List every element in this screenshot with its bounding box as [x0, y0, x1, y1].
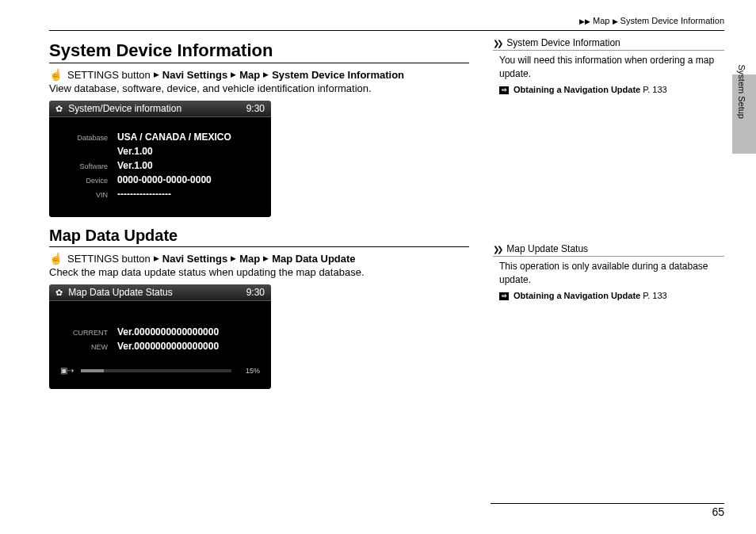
- side-note-heading: ❯❯ System Device Information: [493, 37, 724, 51]
- main-column: System Device Information ☝ SETTINGS but…: [49, 37, 469, 397]
- screen-title: Map Data Update Status: [68, 287, 172, 298]
- info-value: 0000-0000-0000-0000: [117, 174, 212, 185]
- gear-icon: ✿: [55, 288, 63, 297]
- screen-titlebar: ✿ System/Device information 9:30: [49, 101, 271, 117]
- screen-clock: 9:30: [246, 287, 265, 298]
- info-value: Ver.1.00: [117, 146, 153, 157]
- triangle-icon: ▶: [231, 254, 236, 262]
- reference-link: ⇨ Obtaining a Navigation Update P. 133: [499, 290, 724, 302]
- info-value: Ver.0000000000000000: [117, 341, 219, 352]
- info-row: NEW Ver.0000000000000000: [60, 341, 260, 352]
- breadcrumb: ▶▶ Map ▶ System Device Information: [49, 16, 724, 31]
- info-row: Device 0000-0000-0000-0000: [60, 174, 260, 185]
- section-heading-2: Map Data Update: [49, 227, 469, 247]
- path-step: System Device Information: [272, 69, 404, 81]
- disc-icon: ▣⇢: [60, 366, 76, 375]
- info-label: VIN: [60, 191, 117, 199]
- page-number: 65: [491, 503, 724, 518]
- progress-percent: 15%: [236, 367, 260, 375]
- device-screenshot-2: ✿ Map Data Update Status 9:30 CURRENT Ve…: [49, 284, 271, 389]
- triangle-icon: ▶▶: [579, 17, 590, 25]
- path-step: Navi Settings: [162, 69, 227, 81]
- path-start: SETTINGS button: [67, 253, 151, 265]
- side-note-2: ❯❯ Map Update Status This operation is o…: [493, 243, 724, 302]
- info-value: -----------------: [117, 189, 171, 200]
- triangle-icon: ▶: [154, 254, 159, 262]
- chevron-icon: ❯❯: [493, 39, 501, 48]
- side-note-title: Map Update Status: [506, 243, 588, 254]
- triangle-icon: ▶: [263, 254, 269, 262]
- triangle-icon: ▶: [154, 71, 159, 78]
- progress-fill: [81, 369, 104, 372]
- reference-page: P. 133: [643, 291, 666, 300]
- screen-title: System/Device information: [68, 103, 181, 114]
- side-note-body: This operation is only available during …: [499, 260, 724, 287]
- info-label: NEW: [60, 343, 117, 351]
- breadcrumb-part-1: Map: [593, 16, 609, 25]
- screen-clock: 9:30: [246, 103, 265, 114]
- side-note-heading: ❯❯ Map Update Status: [493, 243, 724, 257]
- reference-title: Obtaining a Navigation Update: [514, 85, 640, 94]
- screen-titlebar: ✿ Map Data Update Status 9:30: [49, 284, 271, 301]
- device-screenshot-1: ✿ System/Device information 9:30 Databas…: [49, 101, 271, 217]
- info-label: Software: [60, 162, 117, 170]
- progress-row: ▣⇢ 15%: [60, 366, 260, 375]
- gear-icon: ✿: [55, 104, 63, 113]
- hand-icon: ☝: [49, 68, 63, 81]
- path-step: Navi Settings: [162, 253, 227, 265]
- link-box-icon: ⇨: [499, 86, 509, 94]
- info-value: Ver.0000000000000000: [117, 326, 219, 338]
- triangle-icon: ▶: [613, 17, 618, 25]
- progress-bar: [81, 369, 231, 372]
- info-value: USA / CANADA / MEXICO: [117, 132, 231, 143]
- nav-path-2: ☝ SETTINGS button ▶ Navi Settings ▶ Map …: [49, 252, 469, 265]
- side-note-title: System Device Information: [506, 37, 620, 48]
- reference-page: P. 133: [643, 85, 666, 94]
- side-column: ❯❯ System Device Information You will ne…: [493, 37, 724, 397]
- info-row: VIN -----------------: [60, 189, 260, 200]
- section-desc-2: Check the map data update status when up…: [49, 266, 469, 278]
- info-label: Database: [60, 134, 117, 142]
- info-row: CURRENT Ver.0000000000000000: [60, 326, 260, 338]
- path-start: SETTINGS button: [67, 69, 151, 81]
- triangle-icon: ▶: [231, 71, 236, 78]
- path-step: Map Data Update: [272, 253, 355, 265]
- info-row: Software Ver.1.00: [60, 160, 260, 171]
- triangle-icon: ▶: [263, 71, 269, 78]
- info-row: Database USA / CANADA / MEXICO: [60, 132, 260, 143]
- link-box-icon: ⇨: [499, 292, 509, 300]
- reference-link: ⇨ Obtaining a Navigation Update P. 133: [499, 84, 724, 96]
- edge-tab-label: System Setup: [737, 65, 746, 119]
- hand-icon: ☝: [49, 252, 63, 265]
- section-heading-1: System Device Information: [49, 40, 469, 63]
- chevron-icon: ❯❯: [493, 245, 501, 254]
- info-row: Ver.1.00: [60, 146, 260, 157]
- info-label: CURRENT: [60, 329, 117, 337]
- section-desc-1: View database, software, device, and veh…: [49, 82, 469, 94]
- breadcrumb-part-2: System Device Information: [620, 16, 724, 25]
- path-step: Map: [239, 253, 260, 265]
- side-note-body: You will need this information when orde…: [499, 54, 724, 81]
- info-label: Device: [60, 177, 117, 185]
- path-step: Map: [239, 69, 260, 81]
- nav-path-1: ☝ SETTINGS button ▶ Navi Settings ▶ Map …: [49, 68, 469, 81]
- side-note-1: ❯❯ System Device Information You will ne…: [493, 37, 724, 96]
- info-value: Ver.1.00: [117, 160, 153, 171]
- reference-title: Obtaining a Navigation Update: [514, 291, 640, 300]
